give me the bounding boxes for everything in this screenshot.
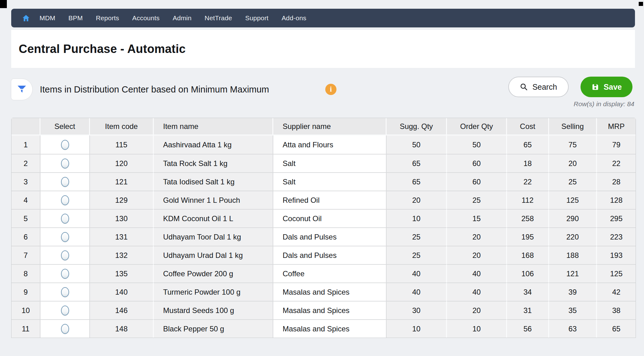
- select-radio[interactable]: [61, 324, 69, 334]
- cell-selling: 290: [549, 209, 597, 227]
- cell-select: [40, 319, 90, 338]
- cell-supplier_name: Dals and Pulses: [273, 227, 387, 246]
- search-button[interactable]: Search: [508, 77, 569, 97]
- title-band: Central Purchase - Automatic: [11, 30, 635, 68]
- select-radio[interactable]: [61, 195, 69, 205]
- nav-item-add-ons[interactable]: Add-ons: [275, 9, 313, 27]
- column-header-select: Select: [40, 118, 90, 135]
- cell-item_name: Tata Rock Salt 1 kg: [154, 154, 273, 172]
- cell-row-number: 9: [12, 282, 40, 301]
- cell-item_code: 148: [90, 319, 154, 338]
- select-radio[interactable]: [61, 177, 69, 187]
- select-radio[interactable]: [61, 214, 69, 224]
- filter-button[interactable]: [11, 78, 33, 100]
- cell-sugg_qty: 10: [387, 209, 447, 227]
- cell-item_code: 146: [90, 301, 154, 319]
- table-row: 11148Black Pepper 50 gMasalas and Spices…: [12, 319, 636, 338]
- info-icon[interactable]: i: [325, 84, 336, 95]
- cell-cost: 106: [507, 264, 549, 282]
- cell-mrp: 223: [597, 227, 636, 246]
- cell-supplier_name: Refined Oil: [273, 191, 387, 209]
- nav-item-nettrade[interactable]: NetTrade: [198, 9, 238, 27]
- search-icon: [520, 83, 528, 91]
- cell-mrp: 193: [597, 246, 636, 264]
- cell-order_qty: 40: [447, 264, 507, 282]
- cell-row-number: 2: [12, 154, 40, 172]
- cell-item_name: Turmeric Powder 100 g: [154, 282, 273, 301]
- cell-supplier_name: Coconut Oil: [273, 209, 387, 227]
- cell-item_code: 130: [90, 209, 154, 227]
- column-header-selling: Selling: [549, 118, 597, 135]
- table-row: 10146Mustard Seeds 100 gMasalas and Spic…: [12, 301, 636, 319]
- screen-artifact-top-right: [639, 2, 643, 6]
- nav-item-mdm[interactable]: MDM: [33, 9, 62, 27]
- cell-select: [40, 172, 90, 191]
- cell-item_name: Tata Iodised Salt 1 kg: [154, 172, 273, 191]
- cell-order_qty: 20: [447, 246, 507, 264]
- cell-order_qty: 10: [447, 319, 507, 338]
- cell-cost: 18: [507, 154, 549, 172]
- cell-supplier_name: Dals and Pulses: [273, 246, 387, 264]
- cell-order_qty: 40: [447, 282, 507, 301]
- cell-mrp: 295: [597, 209, 636, 227]
- cell-item_name: Coffee Powder 200 g: [154, 264, 273, 282]
- cell-sugg_qty: 30: [387, 301, 447, 319]
- cell-select: [40, 209, 90, 227]
- select-radio[interactable]: [61, 250, 69, 260]
- cell-supplier_name: Atta and Flours: [273, 135, 387, 154]
- items-table-wrap: SelectItem codeItem nameSupplier nameSug…: [11, 118, 636, 338]
- page-title: Central Purchase - Automatic: [19, 42, 186, 56]
- home-icon[interactable]: [19, 9, 33, 27]
- cell-sugg_qty: 65: [387, 172, 447, 191]
- top-navbar: MDM BPM Reports Accounts Admin NetTrade …: [11, 9, 635, 27]
- select-radio[interactable]: [61, 306, 69, 316]
- table-row: 6131Udhayam Toor Dal 1 kgDals and Pulses…: [12, 227, 636, 246]
- select-radio[interactable]: [61, 140, 69, 150]
- cell-selling: 35: [549, 301, 597, 319]
- save-button[interactable]: Save: [581, 77, 632, 97]
- select-radio[interactable]: [61, 232, 69, 242]
- cell-row-number: 10: [12, 301, 40, 319]
- select-radio[interactable]: [61, 287, 69, 297]
- cell-item_name: Gold Winner 1 L Pouch: [154, 191, 273, 209]
- cell-supplier_name: Salt: [273, 154, 387, 172]
- cell-item_name: KDM Coconut Oil 1 L: [154, 209, 273, 227]
- cell-selling: 188: [549, 246, 597, 264]
- cell-order_qty: 20: [447, 227, 507, 246]
- cell-cost: 22: [507, 172, 549, 191]
- cell-row-number: 1: [12, 135, 40, 154]
- cell-row-number: 7: [12, 246, 40, 264]
- column-header-supplier_name: Supplier name: [273, 118, 387, 135]
- cell-item_code: 115: [90, 135, 154, 154]
- nav-item-admin[interactable]: Admin: [166, 9, 198, 27]
- rows-in-display: Row(s) in display: 84: [574, 100, 634, 108]
- nav-item-reports[interactable]: Reports: [89, 9, 126, 27]
- cell-select: [40, 227, 90, 246]
- nav-item-accounts[interactable]: Accounts: [126, 9, 166, 27]
- cell-item_name: Udhayam Toor Dal 1 kg: [154, 227, 273, 246]
- cell-mrp: 28: [597, 172, 636, 191]
- cell-selling: 39: [549, 282, 597, 301]
- column-header-item_code: Item code: [90, 118, 154, 135]
- cell-mrp: 125: [597, 264, 636, 282]
- save-button-label: Save: [604, 83, 622, 92]
- cell-cost: 56: [507, 319, 549, 338]
- cell-order_qty: 60: [447, 172, 507, 191]
- cell-row-number: 6: [12, 227, 40, 246]
- select-radio[interactable]: [61, 159, 69, 169]
- nav-item-support[interactable]: Support: [239, 9, 275, 27]
- select-radio[interactable]: [61, 269, 69, 279]
- cell-sugg_qty: 20: [387, 191, 447, 209]
- cell-selling: 121: [549, 264, 597, 282]
- cell-cost: 258: [507, 209, 549, 227]
- cell-mrp: 65: [597, 319, 636, 338]
- cell-sugg_qty: 25: [387, 227, 447, 246]
- cell-row-number: 8: [12, 264, 40, 282]
- filter-actions-row: Items in Distribution Center based on Mi…: [11, 76, 635, 113]
- column-header-sugg_qty: Sugg. Qty: [387, 118, 447, 135]
- table-row: 4129Gold Winner 1 L PouchRefined Oil2025…: [12, 191, 636, 209]
- cell-row-number: 11: [12, 319, 40, 338]
- save-floppy-icon: [591, 83, 599, 91]
- cell-sugg_qty: 50: [387, 135, 447, 154]
- nav-item-bpm[interactable]: BPM: [62, 9, 89, 27]
